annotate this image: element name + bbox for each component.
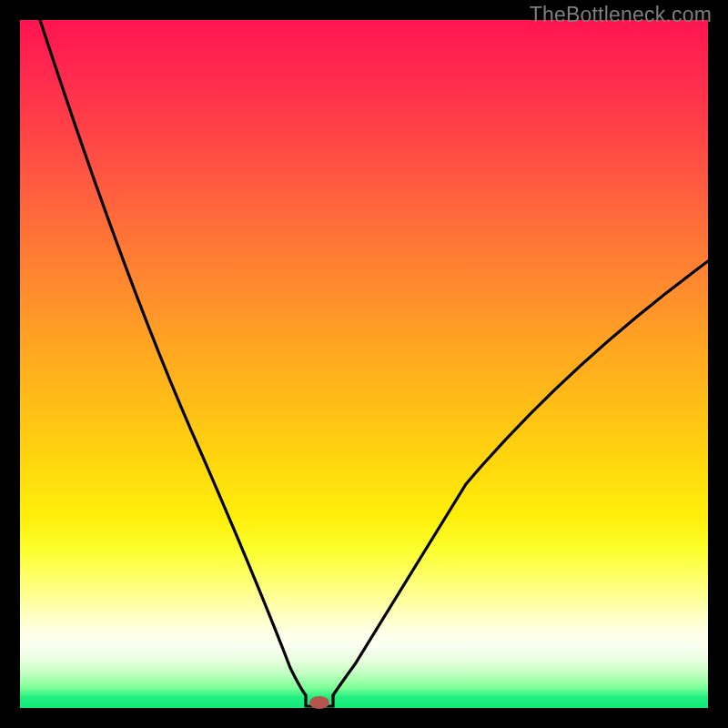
curve-left-branch	[40, 20, 333, 706]
watermark-text: TheBottleneck.com	[530, 3, 712, 27]
optimal-point-marker	[309, 696, 329, 709]
chart-area	[20, 20, 708, 708]
curve-right-branch	[333, 261, 708, 695]
bottleneck-curve	[20, 20, 708, 708]
